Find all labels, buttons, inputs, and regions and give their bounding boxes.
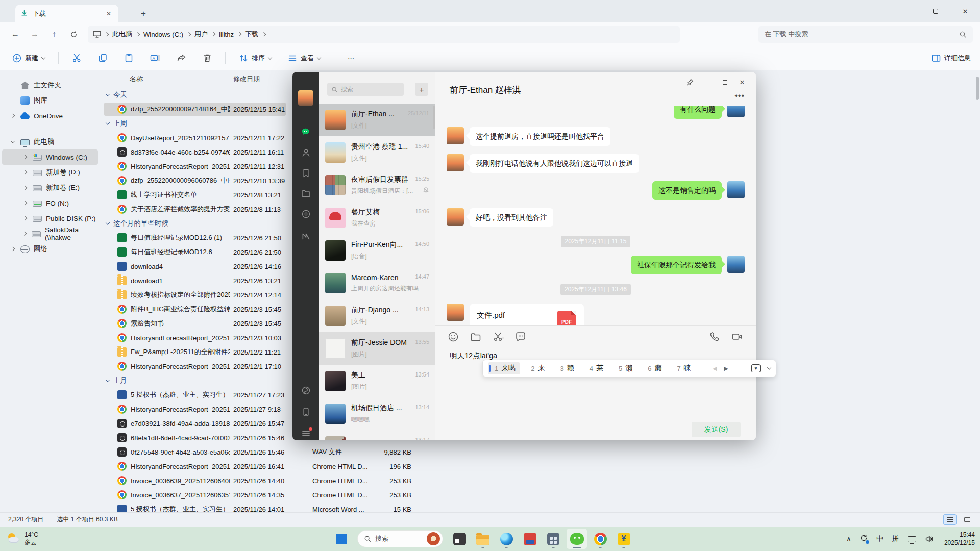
- tree-chevron-icon[interactable]: [21, 186, 29, 189]
- column-header-name[interactable]: 名称: [130, 74, 143, 84]
- sort-button[interactable]: 排序: [236, 51, 275, 65]
- ime-candidate[interactable]: 6癞: [643, 362, 666, 374]
- screenshot-icon[interactable]: [493, 331, 504, 342]
- rename-button[interactable]: A: [147, 51, 163, 65]
- tree-chevron-icon[interactable]: [21, 202, 29, 205]
- breadcrumb-item[interactable]: 用户: [192, 28, 210, 40]
- column-header-date[interactable]: 修改日期: [233, 74, 260, 84]
- chat-list-item[interactable]: 机场假日酒店 ...嘿嘿嘿13:14: [319, 397, 435, 430]
- app-icon-dark[interactable]: [449, 529, 470, 549]
- chrome-icon[interactable]: [590, 529, 610, 549]
- breadcrumb-item[interactable]: 下载: [243, 28, 260, 40]
- wechat-maximize-button[interactable]: [716, 75, 733, 89]
- new-button[interactable]: 新建: [9, 51, 48, 65]
- view-button[interactable]: 查看: [285, 51, 324, 65]
- chat-list-item[interactable]: 前厅-Jessie DOM[图片]13:55: [319, 332, 435, 365]
- pin-icon[interactable]: [681, 75, 699, 89]
- chat-history-icon[interactable]: [515, 331, 526, 342]
- ime-candidate[interactable]: 2来: [526, 362, 549, 374]
- sidebar-item--[interactable]: 图库: [2, 93, 98, 108]
- message-avatar[interactable]: [447, 154, 464, 171]
- sync-tray-icon[interactable]: [860, 534, 868, 543]
- ime-expand-icon[interactable]: [767, 365, 771, 369]
- chat-list-item[interactable]: 美工[图片]13:54: [319, 365, 435, 397]
- app-icon-red[interactable]: [520, 529, 540, 549]
- send-button[interactable]: 发送(S): [692, 422, 741, 437]
- message-avatar[interactable]: [447, 208, 464, 226]
- file-row[interactable]: Invoice_0036639_202511260640012025/11/26…: [100, 473, 980, 488]
- close-button[interactable]: ✕: [950, 0, 980, 22]
- ime-pinyin-indicator[interactable]: 拼: [892, 534, 899, 543]
- taskbar-clock[interactable]: 15:44 2025/12/15: [942, 531, 975, 547]
- refresh-button[interactable]: [65, 26, 82, 42]
- large-icons-view-button[interactable]: [961, 514, 974, 525]
- voice-call-icon[interactable]: [709, 331, 720, 342]
- chat-list-item[interactable]: Marcom-Karen上周开的房这周还能有吗14:47: [319, 267, 435, 299]
- file-row[interactable]: Invoice_0036637_202511260635192025/11/26…: [100, 488, 980, 502]
- wechat-icon[interactable]: [567, 529, 587, 549]
- maximize-button[interactable]: [921, 0, 950, 22]
- explorer-tab-downloads[interactable]: 下载 ✕: [15, 5, 118, 22]
- taskbar-weather-widget[interactable]: 14°C 多云: [0, 531, 38, 546]
- ime-wordbook-icon[interactable]: ♥: [751, 364, 761, 372]
- up-button[interactable]: ↑: [46, 26, 62, 42]
- tree-chevron-icon[interactable]: [9, 114, 16, 117]
- file-row[interactable]: HistoryandForecastReport_20251126...2025…: [100, 459, 980, 473]
- copy-button[interactable]: [95, 51, 111, 65]
- ime-candidate[interactable]: 3赖: [555, 362, 578, 374]
- sidebar-item-windows-c-[interactable]: Windows (C:): [2, 149, 98, 165]
- chat-list-item[interactable]: 贵州空港 蔡瑶 1...[文件]15:40: [319, 136, 435, 169]
- chat-list-item[interactable]: 餐厅艾梅我在查房15:06: [319, 202, 435, 234]
- ime-candidate[interactable]: 7睐: [672, 362, 695, 374]
- details-pane-button[interactable]: 详细信息: [932, 54, 971, 63]
- wechat-close-button[interactable]: ✕: [733, 75, 751, 89]
- video-call-icon[interactable]: [731, 331, 743, 342]
- breadcrumb[interactable]: 此电脑Windows (C:)用户lilithz下载: [88, 26, 680, 43]
- chat-list-item[interactable]: 贵阳机场假日酒...13:17: [319, 430, 435, 440]
- ime-candidate[interactable]: 4莱: [585, 362, 608, 374]
- network-tray-icon[interactable]: [908, 536, 916, 542]
- minimize-button[interactable]: —: [891, 0, 921, 22]
- file-row[interactable]: 0f275548-90ef-4b42-a503-e5a06c760...2025…: [100, 445, 980, 459]
- tree-chevron-icon[interactable]: [21, 156, 29, 159]
- volume-tray-icon[interactable]: [925, 535, 934, 543]
- message-avatar[interactable]: [727, 106, 745, 117]
- chat-list-item[interactable]: 夜审后假日发票群贵阳机场假日酒店：[...15:25: [319, 169, 435, 202]
- more-options-button[interactable]: ⋯: [345, 52, 357, 64]
- chat-list-item[interactable]: 前厅-Ethan ...[文件]25/12/11: [319, 104, 435, 136]
- sidebar-item--d-[interactable]: 新加卷 (D:): [2, 165, 98, 180]
- tree-chevron-icon[interactable]: [9, 247, 16, 251]
- sidebar-item--[interactable]: 网络: [2, 241, 98, 257]
- message-avatar[interactable]: [727, 256, 745, 273]
- edge-icon[interactable]: [496, 529, 517, 549]
- sidebar-item-fo-n-[interactable]: FO (N:): [2, 195, 98, 211]
- sidebar-item-onedrive[interactable]: OneDrive: [2, 108, 98, 123]
- finance-app-icon[interactable]: ¥: [614, 529, 634, 549]
- favorites-icon[interactable]: [300, 167, 312, 179]
- message-avatar[interactable]: [727, 181, 745, 198]
- contacts-icon[interactable]: [300, 146, 312, 159]
- tree-chevron-icon[interactable]: [21, 232, 28, 235]
- delete-button[interactable]: [200, 51, 215, 65]
- sidebar-item--e-[interactable]: 新加卷 (E:): [2, 180, 98, 195]
- mini-programs-icon[interactable]: [300, 384, 312, 396]
- sidebar-item--[interactable]: 此电脑: [2, 134, 98, 149]
- wechat-minimize-button[interactable]: —: [699, 75, 716, 89]
- forward-button[interactable]: →: [27, 26, 43, 42]
- details-view-button[interactable]: [943, 514, 957, 525]
- taskbar-search[interactable]: 搜索: [357, 530, 443, 547]
- wechat-search-input[interactable]: 搜索: [327, 83, 404, 96]
- chats-icon[interactable]: [300, 126, 312, 138]
- ime-candidate[interactable]: 1来噶: [488, 362, 520, 374]
- breadcrumb-item[interactable]: lilithz: [217, 29, 236, 40]
- chat-list-item[interactable]: Fin-Pur-Ken向...[语音]14:50: [319, 234, 435, 267]
- new-tab-button[interactable]: +: [137, 7, 150, 20]
- chat-files-icon[interactable]: [300, 187, 312, 199]
- ime-prev-page-icon[interactable]: ◀: [713, 365, 717, 372]
- phone-icon[interactable]: [300, 406, 312, 418]
- message-avatar[interactable]: [447, 127, 464, 144]
- file-message-card[interactable]: 文件.pdf67.2KPDF: [470, 304, 584, 325]
- breadcrumb-item[interactable]: 此电脑: [110, 28, 134, 40]
- breadcrumb-item[interactable]: Windows (C:): [141, 29, 185, 40]
- moments-icon[interactable]: [300, 208, 312, 220]
